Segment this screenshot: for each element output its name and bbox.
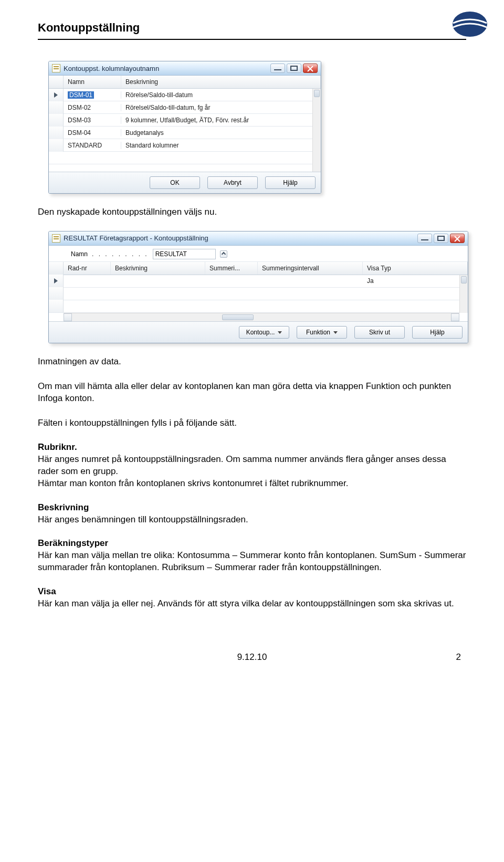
- window-icon: [52, 234, 60, 243]
- col-summeringsintervall[interactable]: Summeringsintervall: [258, 262, 363, 275]
- dialog-kolumnlayoutnamn: Kontouppst. kolumnlayoutnamn Namn Beskri…: [48, 61, 321, 194]
- cancel-button[interactable]: Avbryt: [207, 176, 258, 189]
- paragraph: Den nyskapade kontouppställningen väljs …: [38, 206, 466, 218]
- cell-namn[interactable]: STANDARD: [64, 142, 121, 149]
- titlebar: RESULTAT Företagsrapport - Kontouppställ…: [49, 232, 468, 246]
- maximize-button[interactable]: [287, 64, 301, 73]
- grid-row[interactable]: DSM-03 9 kolumner, Utfall/Budget, ÅTD, F…: [49, 114, 321, 127]
- grid-row[interactable]: DSM-02 Rörelsel/Saldo-till-datum, fg år: [49, 101, 321, 114]
- footer-page: 2: [267, 652, 461, 663]
- window-title: Kontouppst. kolumnlayoutnamn: [64, 65, 267, 72]
- chevron-down-icon: [278, 331, 282, 334]
- col-beskrivning[interactable]: Beskrivning: [111, 262, 205, 275]
- help-button[interactable]: Hjälp: [412, 326, 463, 339]
- paragraph: Här kan man välja ja eller nej. Används …: [38, 598, 466, 610]
- minimize-button[interactable]: [270, 64, 285, 73]
- dialog-buttons: OK Avbryt Hjälp: [49, 172, 321, 193]
- toolbar-buttons: Kontoup... Funktion Skriv ut Hjälp: [49, 321, 468, 343]
- heading-visa: Visa: [38, 586, 466, 597]
- paragraph: Här anges benämningen till kontouppställ…: [38, 514, 466, 526]
- grid-row[interactable]: [49, 300, 468, 313]
- ok-button[interactable]: OK: [150, 176, 200, 189]
- cell-beskrivning[interactable]: 9 kolumner, Utfall/Budget, ÅTD, Förv. re…: [121, 117, 321, 124]
- cell-beskrivning[interactable]: Standard kolumner: [121, 142, 321, 149]
- paragraph: Om man vill hämta alla eller delar av ko…: [38, 381, 466, 405]
- page-title: Kontouppställning: [38, 21, 466, 35]
- paragraph: Fälten i kontouppställningen fylls i på …: [38, 417, 466, 429]
- col-namn[interactable]: Namn: [64, 76, 121, 88]
- rows-grid: Rad-nr Beskrivning Summeri... Summerings…: [49, 262, 468, 321]
- grid-header: Namn Beskrivning: [49, 76, 321, 89]
- paragraph: Inmatningen av data.: [38, 356, 466, 368]
- current-row-icon: [54, 92, 58, 98]
- cell-visa-typ[interactable]: Ja: [363, 277, 468, 285]
- grid-row[interactable]: DSM-01 Rörelse/Saldo-till-datum: [49, 89, 321, 101]
- footer-date: 9.12.10: [237, 652, 267, 663]
- paragraph: Här anges numret på kontouppställningsra…: [38, 454, 466, 490]
- funktion-button[interactable]: Funktion: [297, 326, 347, 339]
- grid-row[interactable]: [49, 288, 468, 300]
- grid-row[interactable]: DSM-04 Budgetanalys: [49, 127, 321, 139]
- current-row-icon: [54, 278, 58, 283]
- form-row-namn: Namn . . . . . . . . . RESULTAT: [49, 246, 468, 262]
- close-button[interactable]: [303, 64, 318, 73]
- kontoup-button[interactable]: Kontoup...: [239, 326, 289, 339]
- col-beskrivning[interactable]: Beskrivning: [121, 76, 321, 88]
- brand-logo: [452, 10, 488, 40]
- chevron-down-icon: [333, 331, 338, 334]
- horizontal-scrollbar[interactable]: [64, 313, 459, 321]
- cell-namn[interactable]: DSM-03: [64, 117, 121, 124]
- heading-rubriknr: Rubriknr.: [38, 442, 466, 453]
- grid-header: Rad-nr Beskrivning Summeri... Summerings…: [49, 262, 468, 275]
- footer: 9.12.10 2: [38, 652, 466, 663]
- grid-row[interactable]: STANDARD Standard kolumner: [49, 139, 321, 152]
- col-radnr[interactable]: Rad-nr: [64, 262, 111, 275]
- col-summering[interactable]: Summeri...: [205, 262, 258, 275]
- maximize-button[interactable]: [434, 234, 448, 243]
- cell-beskrivning[interactable]: Rörelse/Saldo-till-datum: [121, 91, 321, 99]
- close-button[interactable]: [450, 234, 465, 243]
- cell-namn[interactable]: DSM-01: [68, 91, 94, 99]
- layout-grid: Namn Beskrivning DSM-01 Rörelse/Saldo-ti…: [49, 76, 321, 172]
- heading-beskrivning: Beskrivning: [38, 502, 466, 513]
- window-title: RESULTAT Företagsrapport - Kontouppställ…: [64, 234, 414, 242]
- title-rule: [38, 39, 466, 40]
- heading-berakningstyper: Beräkningstyper: [38, 538, 466, 549]
- minimize-button[interactable]: [417, 234, 432, 243]
- label-namn: Namn: [71, 250, 88, 258]
- grid-row[interactable]: Ja: [49, 275, 468, 288]
- help-button[interactable]: Hjälp: [265, 176, 316, 189]
- window-kontouppstallning: RESULTAT Företagsrapport - Kontouppställ…: [48, 231, 468, 343]
- cell-beskrivning[interactable]: Rörelsel/Saldo-till-datum, fg år: [121, 104, 321, 111]
- vertical-scrollbar[interactable]: [459, 275, 468, 313]
- cell-beskrivning[interactable]: Budgetanalys: [121, 129, 321, 136]
- cell-namn[interactable]: DSM-04: [64, 129, 121, 136]
- field-namn[interactable]: RESULTAT: [153, 249, 216, 259]
- titlebar: Kontouppst. kolumnlayoutnamn: [49, 61, 321, 76]
- col-visa-typ[interactable]: Visa Typ: [363, 262, 468, 275]
- skrivut-button[interactable]: Skriv ut: [354, 326, 405, 339]
- leader-dots: . . . . . . . . .: [92, 250, 149, 258]
- vertical-scrollbar[interactable]: [312, 89, 321, 172]
- window-icon: [52, 64, 60, 72]
- cell-namn[interactable]: DSM-02: [64, 104, 121, 111]
- lookup-button[interactable]: [220, 250, 227, 258]
- paragraph: Här kan man välja mellan tre olika: Kont…: [38, 550, 466, 574]
